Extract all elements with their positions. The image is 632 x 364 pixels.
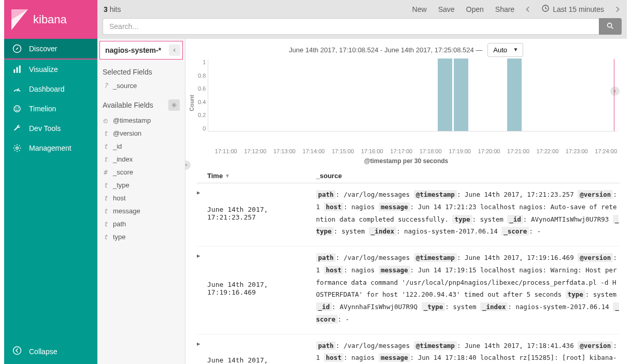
gear-icon bbox=[12, 143, 22, 153]
sort-desc-icon: ▼ bbox=[225, 173, 230, 179]
text-type-icon: t bbox=[103, 129, 109, 137]
topbar: 3 hits New Save Open Share Last 15 minut… bbox=[97, 0, 627, 39]
svg-point-8 bbox=[16, 147, 19, 150]
nav-list: Discover Visualize Dashboard Timelion De… bbox=[4, 39, 97, 158]
nav-devtools[interactable]: Dev Tools bbox=[4, 119, 97, 138]
kibana-logo-icon bbox=[11, 9, 28, 30]
histogram-bar[interactable] bbox=[438, 59, 452, 131]
fields-settings-button[interactable] bbox=[168, 99, 180, 111]
svg-point-5 bbox=[14, 106, 20, 112]
field-item[interactable]: tpath bbox=[97, 217, 185, 230]
number-type-icon: # bbox=[103, 168, 109, 176]
row-source: path: /var/log/messages @timestamp: June… bbox=[316, 340, 620, 365]
field-name: message bbox=[113, 207, 140, 215]
svg-rect-3 bbox=[19, 66, 21, 73]
field-tag: path bbox=[316, 253, 336, 262]
table-row: ▸June 14th 2017, 17:18:41.436path: /var/… bbox=[197, 334, 620, 365]
index-pattern-label: nagios-system-* bbox=[105, 46, 161, 54]
field-tag: @timestamp bbox=[414, 190, 457, 199]
nav-timelion[interactable]: Timelion bbox=[4, 99, 97, 119]
text-type-icon: t bbox=[103, 220, 109, 228]
field-item[interactable]: thost bbox=[97, 192, 185, 205]
logo[interactable]: kibana bbox=[4, 0, 97, 39]
field-tag: _score bbox=[316, 302, 619, 324]
svg-point-7 bbox=[18, 107, 19, 108]
field-name: _score bbox=[113, 168, 133, 176]
expand-row-button[interactable]: ▸ bbox=[197, 188, 207, 238]
field-name: path bbox=[113, 220, 126, 228]
field-item[interactable]: ?_source bbox=[97, 79, 185, 92]
histogram-bar[interactable] bbox=[454, 59, 468, 131]
time-prev-button[interactable] bbox=[523, 5, 533, 13]
histogram-chart[interactable]: Count 10.80.60.40.20 bbox=[185, 59, 627, 147]
interval-select[interactable]: Auto bbox=[487, 43, 523, 57]
expand-row-button[interactable]: ▸ bbox=[197, 252, 207, 326]
available-fields-list: ◴@timestampt@versiont_idt_index#_scoret_… bbox=[97, 114, 185, 246]
field-item[interactable]: #_score bbox=[97, 166, 185, 179]
collapse-button[interactable]: Collapse bbox=[4, 339, 97, 364]
search-input[interactable] bbox=[103, 18, 599, 35]
search-row bbox=[97, 18, 627, 38]
x-axis: 17:11:0017:12:0017:13:0017:14:0017:15:00… bbox=[185, 148, 621, 154]
search-button[interactable] bbox=[599, 18, 622, 35]
save-link[interactable]: Save bbox=[435, 5, 458, 13]
y-axis-label: Count bbox=[188, 95, 196, 111]
app-name: kibana bbox=[33, 13, 67, 26]
expand-row-button[interactable]: ▸ bbox=[197, 340, 207, 365]
time-range-row: June 14th 2017, 17:10:08.524 - June 14th… bbox=[185, 39, 627, 59]
text-type-icon: t bbox=[103, 233, 109, 241]
field-name: @version bbox=[113, 129, 141, 137]
field-item[interactable]: t_index bbox=[97, 153, 185, 166]
open-link[interactable]: Open bbox=[463, 5, 487, 13]
field-tag: message bbox=[379, 202, 410, 211]
field-tag: type bbox=[452, 215, 472, 224]
index-pattern-selector[interactable]: nagios-system-* bbox=[99, 41, 183, 60]
clock-icon bbox=[541, 4, 550, 14]
doc-table: Time ▼ _source ▸June 14th 2017, 17:21:23… bbox=[185, 165, 627, 364]
nav-label: Dev Tools bbox=[29, 124, 61, 133]
now-line bbox=[614, 59, 614, 131]
field-item[interactable]: ttype bbox=[97, 230, 185, 243]
row-time: June 14th 2017, 17:19:16.469 bbox=[207, 252, 316, 326]
field-name: host bbox=[113, 194, 126, 202]
compass-icon bbox=[12, 44, 22, 53]
field-tag: _type bbox=[422, 302, 446, 311]
field-tag: host bbox=[324, 353, 343, 362]
nav-management[interactable]: Management bbox=[4, 138, 97, 158]
field-tag: message bbox=[379, 353, 410, 362]
gauge-icon bbox=[12, 84, 22, 94]
nav-visualize[interactable]: Visualize bbox=[4, 60, 97, 79]
table-header: Time ▼ _source bbox=[197, 169, 620, 183]
hits-count: 3 hits bbox=[104, 5, 121, 13]
header-source[interactable]: _source bbox=[316, 172, 620, 180]
sidebar: kibana Discover Visualize Dashboard Time… bbox=[4, 0, 97, 364]
field-tag: message bbox=[379, 266, 410, 274]
field-item[interactable]: t@version bbox=[97, 127, 185, 140]
field-item[interactable]: t_type bbox=[97, 179, 185, 192]
field-item[interactable]: t_id bbox=[97, 140, 185, 153]
new-link[interactable]: New bbox=[409, 5, 430, 13]
nav-dashboard[interactable]: Dashboard bbox=[4, 79, 97, 99]
index-toggle-button[interactable] bbox=[169, 45, 180, 56]
timelion-icon bbox=[12, 104, 22, 113]
field-item[interactable]: ◴@timestamp bbox=[97, 114, 185, 127]
x-axis-label: @timestamp per 30 seconds bbox=[185, 157, 627, 165]
selected-fields-list: ?_source bbox=[97, 79, 185, 95]
time-picker[interactable]: Last 15 minutes bbox=[538, 4, 607, 14]
chevron-left-circle-icon bbox=[12, 346, 22, 357]
fields-panel: nagios-system-* Selected Fields ?_source… bbox=[97, 39, 185, 364]
y-axis: 10.80.60.40.20 bbox=[196, 59, 208, 132]
field-item[interactable]: tmessage bbox=[97, 205, 185, 217]
nav-label: Dashboard bbox=[29, 85, 65, 93]
histogram-bar[interactable] bbox=[507, 59, 522, 131]
nav-label: Discover bbox=[29, 45, 57, 53]
text-type-icon: t bbox=[103, 207, 109, 215]
field-name: _type bbox=[113, 181, 130, 189]
nav-discover[interactable]: Discover bbox=[4, 39, 97, 60]
share-link[interactable]: Share bbox=[492, 5, 518, 13]
plot-area[interactable] bbox=[208, 59, 617, 132]
wrench-icon bbox=[12, 124, 22, 133]
time-next-button[interactable] bbox=[612, 5, 623, 13]
header-time[interactable]: Time ▼ bbox=[207, 172, 316, 180]
svg-rect-1 bbox=[13, 69, 15, 73]
